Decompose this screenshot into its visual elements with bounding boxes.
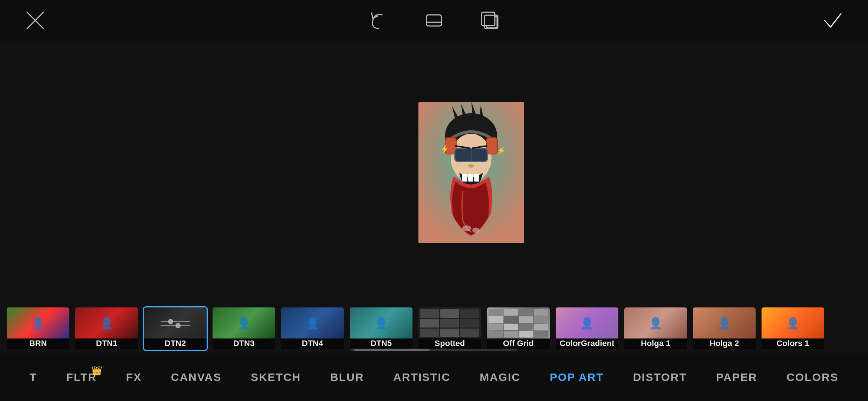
nav-label-paper: PAPER: [716, 371, 757, 384]
nav-label-distort: DISTORT: [633, 371, 687, 384]
nav-item-popart[interactable]: POP ART: [542, 367, 611, 387]
nav-item-distort[interactable]: DISTORT: [625, 367, 694, 387]
filter-dtn1-label: DTN1: [75, 338, 138, 349]
svg-rect-23: [468, 174, 473, 182]
toolbar-center: [365, 7, 503, 33]
filter-dtn5[interactable]: 👤 DTN5: [349, 306, 414, 351]
filter-dtn2-label: DTN2: [144, 338, 207, 349]
nav-label-blur: BLUR: [330, 371, 364, 384]
nav-label-sketch: SKETCH: [251, 371, 301, 384]
svg-rect-4: [481, 12, 495, 26]
filter-brn-label: BRN: [7, 338, 69, 349]
nav-label-t: T: [29, 371, 37, 384]
filter-dtn3[interactable]: 👤 DTN3: [211, 306, 276, 351]
filter-colors1-label: Colors 1: [762, 338, 824, 349]
filter-spotted[interactable]: Spotted: [417, 306, 482, 351]
crown-icon: 👑: [91, 365, 102, 376]
nav-label-canvas: CANVAS: [171, 371, 221, 384]
main-image: ⚡ ⚡: [418, 102, 524, 243]
close-button[interactable]: [22, 7, 48, 33]
bottom-nav: T FLTR 👑 FX CANVAS SKETCH BLUR ARTISTIC …: [0, 353, 868, 401]
nav-item-magic[interactable]: MAGIC: [472, 367, 528, 387]
filter-holga2-label: Holga 2: [693, 338, 756, 349]
scroll-indicator: [351, 349, 517, 351]
nav-item-paper[interactable]: PAPER: [708, 367, 765, 387]
svg-point-21: [468, 164, 474, 168]
svg-point-26: [472, 228, 480, 233]
filter-dtn3-label: DTN3: [213, 338, 275, 349]
canvas-area: ⚡ ⚡: [0, 41, 868, 304]
filter-dtn5-label: DTN5: [350, 338, 412, 349]
filter-strip: 👤 BRN 👤 DTN1 DTN2 👤 DTN3 👤 DTN4: [0, 304, 868, 353]
nav-label-artistic: ARTISTIC: [393, 371, 450, 384]
filter-offgrid-label: Off Grid: [487, 338, 550, 349]
svg-rect-22: [462, 174, 467, 182]
filter-dtn4[interactable]: 👤 DTN4: [280, 306, 345, 351]
nav-label-magic: MAGIC: [480, 371, 520, 384]
filter-dtn4-label: DTN4: [281, 338, 344, 349]
nav-item-sketch[interactable]: SKETCH: [243, 367, 308, 387]
toolbar: [0, 0, 868, 41]
nav-item-fx[interactable]: FX: [119, 367, 149, 387]
nav-item-artistic[interactable]: ARTISTIC: [386, 367, 458, 387]
nav-item-fltr[interactable]: FLTR 👑: [59, 367, 104, 387]
confirm-button[interactable]: [820, 7, 846, 33]
nav-label-fx: FX: [126, 371, 142, 384]
svg-rect-24: [474, 174, 479, 182]
nav-item-blur[interactable]: BLUR: [323, 367, 371, 387]
svg-rect-2: [427, 15, 441, 26]
nav-item-canvas[interactable]: CANVAS: [164, 367, 229, 387]
filter-holga1[interactable]: 👤 Holga 1: [623, 306, 688, 351]
svg-point-25: [462, 225, 471, 231]
filter-holga1-label: Holga 1: [624, 338, 687, 349]
eraser-button[interactable]: [421, 7, 447, 33]
filter-colorgradient[interactable]: 👤 ColorGradient: [555, 306, 619, 351]
nav-label-popart: POP ART: [550, 371, 604, 384]
nav-label-colors: COLORS: [786, 371, 838, 384]
filter-colorgradient-label: ColorGradient: [556, 338, 618, 349]
filter-dtn1[interactable]: 👤 DTN1: [74, 306, 139, 351]
nav-item-colors[interactable]: COLORS: [779, 367, 846, 387]
nav-item-t[interactable]: T: [22, 367, 44, 387]
filter-brn[interactable]: 👤 BRN: [6, 306, 70, 351]
filter-colors1[interactable]: 👤 Colors 1: [760, 306, 825, 351]
filter-dtn2[interactable]: DTN2: [143, 306, 208, 351]
undo-button[interactable]: [365, 7, 391, 33]
layers-button[interactable]: [477, 7, 503, 33]
filter-offgrid[interactable]: Off Grid: [486, 306, 551, 351]
scroll-thumb: [354, 349, 430, 351]
filter-spotted-label: Spotted: [418, 338, 481, 349]
filter-holga2[interactable]: 👤 Holga 2: [692, 306, 757, 351]
